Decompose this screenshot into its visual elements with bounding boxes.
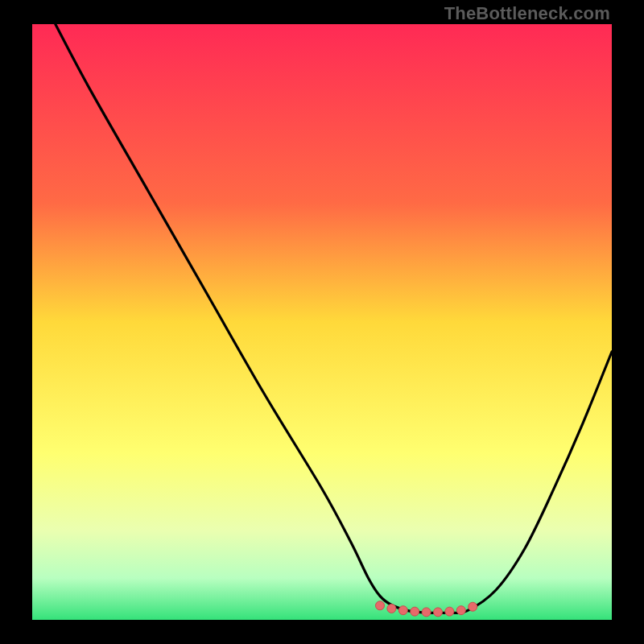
optimal-point-marker [456,606,465,615]
optimal-point-marker [411,607,419,616]
chart-plot-area [32,24,612,620]
optimal-point-marker [376,601,385,610]
optimal-point-marker [445,607,454,616]
chart-svg [32,24,612,620]
watermark-label: TheBottleneck.com [444,3,610,24]
gradient-background [32,24,612,620]
optimal-point-marker [422,608,431,617]
chart-frame: TheBottleneck.com [0,0,644,644]
optimal-point-marker [469,602,477,611]
optimal-point-marker [387,604,396,613]
optimal-point-marker [434,608,443,617]
optimal-point-marker [398,606,407,615]
